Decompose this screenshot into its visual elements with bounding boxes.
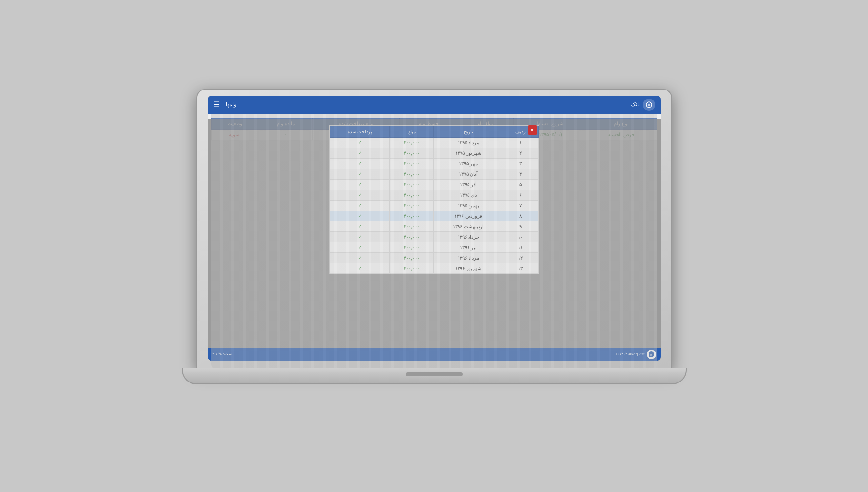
laptop-base <box>182 368 687 384</box>
nav-logo: B بانک <box>631 99 655 111</box>
keyboard-area <box>211 114 657 369</box>
hamburger-icon[interactable]: ☰ <box>213 100 220 109</box>
nav-right: وامها ☰ <box>213 100 236 109</box>
logo-icon: B <box>643 99 655 111</box>
laptop-body: B بانک وامها ☰ <box>196 89 672 370</box>
nav-title-label: وامها <box>226 101 236 108</box>
nav-bar: B بانک وامها ☰ <box>208 96 661 114</box>
svg-text:B: B <box>648 103 650 107</box>
nav-brand-text: بانک <box>631 101 640 108</box>
laptop-wrapper: B بانک وامها ☰ <box>196 89 672 403</box>
close-modal-button[interactable]: × <box>528 125 537 135</box>
